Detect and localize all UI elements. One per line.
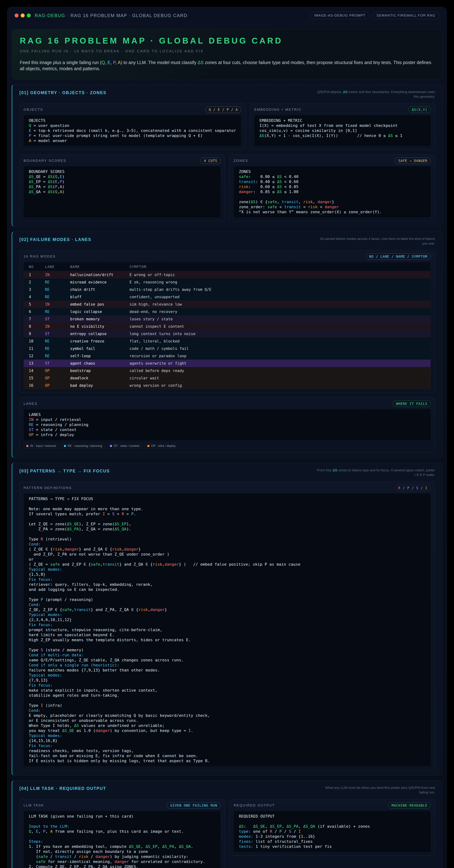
modes-table-header: NOLANENAMESYMPTOM [24,262,431,271]
llm-task-panel: LLM TASK GIVEN ONE FAILING RUN LLM TASK … [20,799,225,868]
page-title: RAG 16 PROBLEM MAP · GLOBAL DEBUG CARD [20,36,434,45]
required-output-badge: MACHINE-READABLE [388,802,431,809]
lane-dot-icon [110,445,112,447]
section-note: What any LLM must do when you feed this … [316,785,435,795]
mode-row-7: 7STbroken memoryloses story / state [24,315,431,323]
boundary-scores-panel: BOUNDARY SCORES 4 CUTS BOUNDARY SCORESΔS… [20,154,225,221]
hero-card: RAG 16 PROBLEM MAP · GLOBAL DEBUG CARD O… [12,29,442,80]
pattern-code-block: PATTERNS → TYPE → FIX FOCUS Note: one mo… [24,493,431,767]
mode-row-13: 13STagent chaosagents overwrite or fight [24,360,431,367]
lane-legend-chip-in: IN · input / retrieval [24,443,59,449]
window-minimize-icon [21,13,25,18]
metric-code-block: EMBEDDING + METRICI(X) = embedding of te… [254,115,431,146]
mode-row-15: 15OPdeadlockcircular wait [24,374,431,382]
zones-panel: ZONES SAFE → DANGER ZONESsafe: 0.00 ≤ ΔS… [229,154,435,221]
section-title: [03] PATTERNS → TYPE → FIX FOCUS [20,468,110,473]
intro-paragraph: Feed this image plus a single failing ru… [20,59,434,72]
mode-row-6: 6RElogic collapsedead-end, no recovery [24,308,431,315]
panel-label: LLM TASK [24,803,44,807]
pattern-definitions-panel: PATTERN DEFINITIONS R / P / S / I PATTER… [20,482,435,770]
modes-table: NOLANENAMESYMPTOM1INhallucination/driftE… [24,262,431,389]
panel-label: PATTERN DEFINITIONS [24,486,72,490]
mode-row-10: 10REcreative freezeflat, literal, blocke… [24,337,431,345]
zones-code-block: ZONESsafe: 0.00 ≤ ΔS < 0.40transit: 0.40… [234,166,431,218]
required-output-code-block: REQUIRED OUTPUT ΔS: ΔS_QE, ΔS_EP, ΔS_PA,… [234,811,431,852]
lanes-panel: LANES WHERE IT FAILS LANESIN = input / r… [20,397,435,453]
section-note: From four ΔS zones to failure type and f… [316,468,435,477]
objects-badge: Q / E / P / A [205,106,241,113]
badge-image-as-debug-prompt: IMAGE-AS-DEBUG PROMPT [310,12,370,19]
mode-row-14: 14OPbootstrapcalled before deps ready [24,367,431,374]
window-title: RAG-DEBUG· RAG 16 PROBLEM MAP · GLOBAL D… [35,13,187,18]
window-close-icon [14,13,19,18]
zones-badge: SAFE → DANGER [395,157,431,164]
mode-row-1: 1INhallucination/driftE wrong or off-top… [24,271,431,278]
panel-label: EMBEDDING + METRIC [254,107,302,112]
llm-task-badge: GIVEN ONE FAILING RUN [167,802,221,809]
mode-row-5: 5INembed false possim high, relevance lo… [24,301,431,308]
app-brand: RAG-DEBUG [35,13,65,18]
page-subtitle: ONE FAILING RUN IN · 16 WAYS TO BREAK · … [20,49,434,53]
llm-task-code-block: LLM TASK (given one failing run + this c… [24,811,221,868]
mode-row-9: 9STentropy collapselong context turns in… [24,330,431,337]
objects-panel: OBJECTS Q / E / P / A OBJECTSQ = user qu… [20,103,245,150]
lanes-badge: WHERE IT FAILS [393,400,431,407]
mode-row-8: 8INno E visibilitycannot inspect E conte… [24,323,431,330]
pattern-badge: R / P / S / I [395,485,431,491]
boundary-badge: 4 CUTS [200,157,221,164]
metric-badge: ΔS(X,Y) [408,106,431,113]
section-title: [02] FAILURE MODES · LANES [20,237,91,242]
panel-label: ZONES [234,159,248,163]
embedding-metric-panel: EMBEDDING + METRIC ΔS(X,Y) EMBEDDING + M… [250,103,435,150]
panel-label: REQUIRED OUTPUT [234,803,275,807]
mode-row-4: 4REbluffconfident, unsupported [24,293,431,301]
window-maximize-icon [27,13,31,18]
window-controls [14,13,31,18]
lanes-code-block: LANESIN = input / retrievalRE = reasonin… [24,409,431,440]
section-title: [01] GEOMETRY · OBJECTS · ZONES [20,90,106,95]
panel-label: LANES [24,402,37,406]
poster-frame: RAG-DEBUG· RAG 16 PROBLEM MAP · GLOBAL D… [7,7,447,868]
panel-label: BOUNDARY SCORES [24,159,66,163]
section-note: 16 named failure modes across 4 lanes. U… [316,237,435,246]
titlebar-badges: IMAGE-AS-DEBUG PROMPT SEMANTIC FIREWALL … [310,12,440,19]
lane-dot-icon [64,445,66,447]
section-note: Q/E/P/A objects, ΔS metric and four boun… [316,90,435,99]
lane-legend-chip-re: RE · reasoning / planning [61,443,105,449]
lane-legend: IN · input / retrievalRE · reasoning / p… [24,443,431,449]
objects-code-block: OBJECTSQ = user questionE = top-k retrie… [24,115,241,146]
mode-row-16: 16OPbad deploywrong version or config [24,382,431,389]
lane-dot-icon [147,445,150,447]
section-failure-modes: [02] FAILURE MODES · LANES 16 named fail… [12,231,442,458]
modes-badge: NO / LANE / NAME / SYMPTOM [366,253,431,260]
lane-legend-chip-st: ST · state / context [107,443,142,449]
required-output-panel: REQUIRED OUTPUT MACHINE-READABLE REQUIRE… [229,799,435,856]
window-titlebar: RAG-DEBUG· RAG 16 PROBLEM MAP · GLOBAL D… [7,7,447,24]
mode-row-3: 3REchain driftmulti-step plan drifts awa… [24,286,431,293]
window-title-text: · RAG 16 PROBLEM MAP · GLOBAL DEBUG CARD [67,13,187,18]
section-llm-task: [04] LLM TASK · REQUIRED OUTPUT What any… [12,780,442,868]
panel-label: 16 RAG MODES [24,254,56,258]
section-patterns: [03] PATTERNS → TYPE → FIX FOCUS From fo… [12,463,442,775]
mode-row-2: 2REmisread evidenceE ok, reasoning wrong [24,278,431,286]
section-geometry: [01] GEOMETRY · OBJECTS · ZONES Q/E/P/A … [12,84,442,226]
section-title: [04] LLM TASK · REQUIRED OUTPUT [20,785,106,791]
badge-semantic-firewall: SEMANTIC FIREWALL FOR RAG [372,12,440,19]
mode-row-11: 11REsymbol failcode / math / symbols fai… [24,345,431,352]
lane-dot-icon [26,445,28,447]
rag-modes-panel: 16 RAG MODES NO / LANE / NAME / SYMPTOM … [20,250,435,393]
boundary-code-block: BOUNDARY SCORESΔS_QE = ΔS(Q,E)ΔS_EP = ΔS… [24,166,221,218]
mode-row-12: 12REself-looprecursion or paradox loop [24,352,431,360]
panel-label: OBJECTS [24,107,43,112]
lane-legend-chip-op: OP · infra / deploy [144,443,179,449]
